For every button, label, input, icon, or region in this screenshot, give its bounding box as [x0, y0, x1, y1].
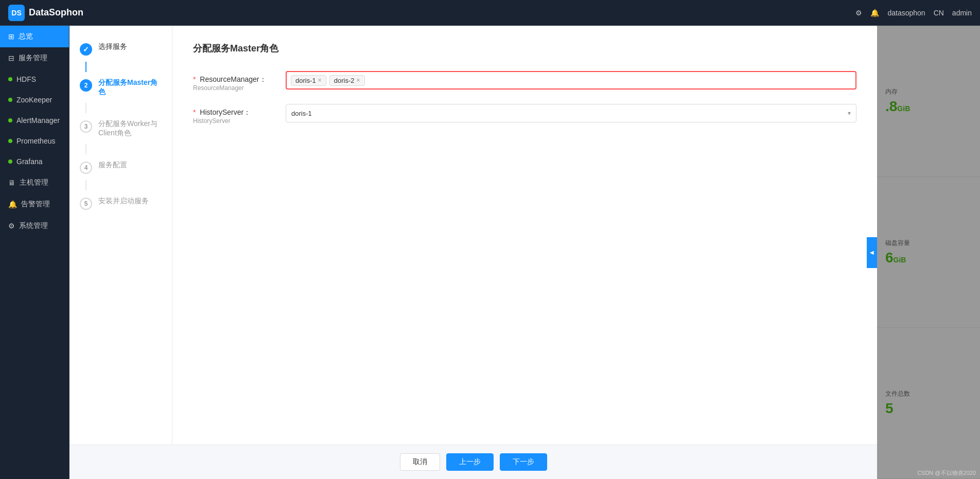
settings-icon[interactable]: ⚙ [855, 9, 862, 17]
tag-doris-2-close[interactable]: × [357, 77, 360, 84]
required-star-hs: * [193, 108, 196, 116]
apps-icon: ⊟ [8, 54, 14, 62]
sidebar-label-overview: 总览 [19, 32, 33, 41]
history-server-sublabel: HistoryServer [193, 117, 286, 125]
resource-manager-label: * ResourceManager： ResourceManager [193, 71, 286, 92]
resource-manager-tag-input[interactable]: doris-1 × doris-2 × [286, 71, 856, 90]
next-button[interactable]: 下一步 [500, 453, 547, 471]
resource-manager-control: doris-1 × doris-2 × [286, 71, 856, 90]
user-dropdown[interactable]: datasophon [887, 9, 925, 17]
watermark: CSDN @不以物喜2020 [917, 469, 976, 477]
sidebar-label-zookeeper: ZooKeeper [16, 96, 52, 104]
sidebar-item-alertmanager[interactable]: AlertManager [0, 110, 69, 131]
logo-text: DataSophon [29, 7, 83, 18]
sidebar-item-hdfs[interactable]: HDFS [0, 69, 69, 90]
history-server-select[interactable]: doris-1 ▾ [286, 104, 856, 122]
logo: DS DataSophon [8, 5, 83, 21]
step-3-title: 分配服务Worker与Client角色 [98, 119, 162, 138]
step-1-content: 选择服务 [98, 42, 162, 51]
modal-dialog: ✓ 选择服务 2 分配服务Master角色 [69, 26, 877, 479]
admin-label: admin [952, 9, 972, 17]
grafana-status-dot [8, 159, 12, 164]
wizard-panel: ✓ 选择服务 2 分配服务Master角色 [69, 26, 172, 445]
sidebar-label-hdfs: HDFS [16, 75, 36, 83]
sidebar-item-zookeeper[interactable]: ZooKeeper [0, 90, 69, 110]
bell-icon[interactable]: 🔔 [870, 9, 879, 17]
modal-footer: 取消 上一步 下一步 [69, 445, 877, 479]
history-server-row: * HistoryServer： HistoryServer doris-1 ▾ [193, 104, 856, 125]
step-3-circle: 3 [80, 120, 92, 133]
history-server-label-text: HistoryServer： [200, 108, 251, 116]
step-2-item[interactable]: 2 分配服务Master角色 [69, 72, 172, 103]
modal-overlay: ✓ 选择服务 2 分配服务Master角色 [69, 26, 980, 479]
zookeeper-status-dot [8, 98, 12, 102]
sidebar-item-system[interactable]: ⚙ 系统管理 [0, 215, 69, 237]
alertmanager-status-dot [8, 118, 12, 122]
step-4-circle: 4 [80, 162, 92, 174]
tag-doris-2-text: doris-2 [334, 77, 355, 84]
tag-doris-2: doris-2 × [329, 75, 365, 86]
sidebar-item-prometheus[interactable]: Prometheus [0, 131, 69, 151]
step-5-circle: 5 [80, 198, 92, 210]
header-right: ⚙ 🔔 datasophon CN admin [855, 9, 972, 17]
prev-button[interactable]: 上一步 [446, 453, 494, 471]
step-connector-2 [85, 103, 86, 113]
tag-doris-1: doris-1 × [291, 75, 326, 86]
step-5-title: 安装并启动服务 [98, 197, 162, 206]
sidebar-label-system: 系统管理 [19, 221, 48, 230]
step-4-content: 服务配置 [98, 161, 162, 170]
sidebar-item-alert[interactable]: 🔔 告警管理 [0, 193, 69, 215]
sidebar-item-grafana[interactable]: Grafana [0, 151, 69, 172]
sidebar-label-grafana: Grafana [16, 157, 43, 166]
sidebar-item-overview[interactable]: ⊞ 总览 [0, 26, 69, 47]
edge-collapse-button[interactable]: ◀ [867, 237, 877, 268]
modal-title: 分配服务Master角色 [193, 42, 856, 55]
step-3-item[interactable]: 3 分配服务Worker与Client角色 [69, 113, 172, 144]
history-server-control[interactable]: doris-1 ▾ [286, 104, 856, 122]
sidebar-label-service: 服务管理 [19, 54, 47, 63]
tag-doris-1-text: doris-1 [295, 77, 316, 84]
sidebar-item-service[interactable]: ⊟ 服务管理 [0, 47, 69, 69]
sidebar-label-alertmanager: AlertManager [16, 116, 60, 125]
step-5-item[interactable]: 5 安装并启动服务 [69, 190, 172, 216]
step-1-circle: ✓ [80, 43, 92, 56]
cancel-button[interactable]: 取消 [400, 453, 440, 471]
history-server-value: doris-1 [291, 110, 312, 117]
step-3-content: 分配服务Worker与Client角色 [98, 119, 162, 138]
step-connector-1 [85, 62, 86, 72]
resource-manager-row: * ResourceManager： ResourceManager doris… [193, 71, 856, 92]
lang-dropdown[interactable]: CN [934, 9, 944, 17]
sidebar: ⊞ 总览 ⊟ 服务管理 HDFS ZooKeeper AlertManager … [0, 26, 69, 479]
tag-doris-1-close[interactable]: × [318, 77, 322, 84]
step-1-title: 选择服务 [98, 42, 162, 51]
logo-icon: DS [8, 5, 25, 21]
resource-manager-sublabel: ResourceManager [193, 84, 286, 92]
step-5-content: 安装并启动服务 [98, 197, 162, 206]
prometheus-status-dot [8, 139, 12, 143]
layout: ⊞ 总览 ⊟ 服务管理 HDFS ZooKeeper AlertManager … [0, 26, 980, 479]
step-2-content: 分配服务Master角色 [98, 78, 162, 97]
required-star-rm: * [193, 75, 196, 83]
step-connector-3 [85, 144, 86, 154]
sidebar-item-host[interactable]: 🖥 主机管理 [0, 172, 69, 193]
step-1-item[interactable]: ✓ 选择服务 [69, 36, 172, 62]
chevron-down-icon: ▾ [848, 110, 851, 117]
main-area: 总览 内存 .8GiB 磁盘容量 6GiB 文件总数 5 [69, 26, 980, 479]
alert-icon: 🔔 [8, 200, 17, 208]
sidebar-label-prometheus: Prometheus [16, 137, 55, 145]
sidebar-label-alert: 告警管理 [21, 200, 50, 209]
host-icon: 🖥 [8, 179, 15, 187]
step-2-title: 分配服务Master角色 [98, 78, 162, 97]
grid-icon: ⊞ [8, 32, 14, 41]
step-connector-4 [85, 180, 86, 190]
sidebar-label-host: 主机管理 [20, 178, 48, 187]
step-4-title: 服务配置 [98, 161, 162, 170]
step-4-item[interactable]: 4 服务配置 [69, 154, 172, 180]
resource-manager-label-text: ResourceManager： [200, 75, 266, 83]
modal-body: ✓ 选择服务 2 分配服务Master角色 [69, 26, 877, 445]
system-icon: ⚙ [8, 222, 15, 230]
modal-form-content: 分配服务Master角色 * ResourceManager： Resource… [172, 26, 877, 445]
history-server-label: * HistoryServer： HistoryServer [193, 104, 286, 125]
hdfs-status-dot [8, 77, 12, 81]
header: DS DataSophon ⚙ 🔔 datasophon CN admin [0, 0, 980, 26]
